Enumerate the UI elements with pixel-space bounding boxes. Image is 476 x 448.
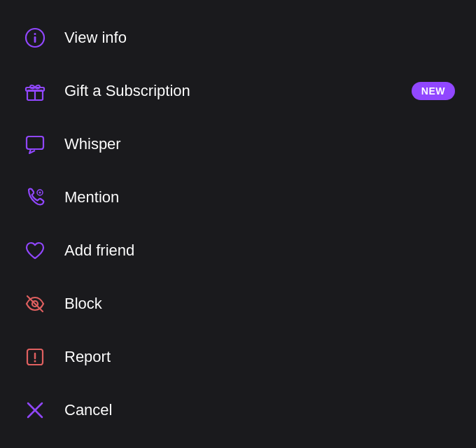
mention-icon <box>21 183 49 211</box>
svg-point-13 <box>34 360 36 363</box>
info-icon <box>21 24 49 52</box>
svg-point-8 <box>39 192 41 194</box>
report-icon <box>21 343 49 371</box>
menu-item-report[interactable]: Report <box>0 330 476 384</box>
whisper-icon <box>21 130 49 158</box>
menu-item-mention[interactable]: Mention <box>0 171 476 224</box>
menu-label-block: Block <box>64 295 102 313</box>
svg-point-1 <box>34 33 36 35</box>
menu-label-report: Report <box>64 348 111 366</box>
menu-item-add-friend[interactable]: Add friend <box>0 224 476 277</box>
menu-item-view-info[interactable]: View info <box>0 11 476 64</box>
heart-icon <box>21 237 49 265</box>
menu-item-whisper[interactable]: Whisper <box>0 118 476 171</box>
new-badge: NEW <box>412 82 455 100</box>
block-icon <box>21 290 49 318</box>
menu-label-gift-subscription: Gift a Subscription <box>64 82 190 100</box>
cancel-icon <box>21 396 49 424</box>
menu-item-cancel[interactable]: Cancel <box>0 384 476 437</box>
menu-item-gift-subscription[interactable]: Gift a Subscription NEW <box>0 64 476 118</box>
menu-label-whisper: Whisper <box>64 135 121 153</box>
menu-item-block[interactable]: Block <box>0 277 476 330</box>
menu-label-mention: Mention <box>64 188 119 206</box>
svg-line-10 <box>27 296 43 312</box>
gift-icon <box>21 77 49 105</box>
context-menu: View info Gift a Subscription NEW <box>0 4 476 444</box>
svg-rect-6 <box>27 136 43 149</box>
svg-rect-2 <box>34 36 36 43</box>
menu-label-cancel: Cancel <box>64 401 112 419</box>
menu-label-view-info: View info <box>64 29 127 47</box>
menu-label-add-friend: Add friend <box>64 241 134 260</box>
